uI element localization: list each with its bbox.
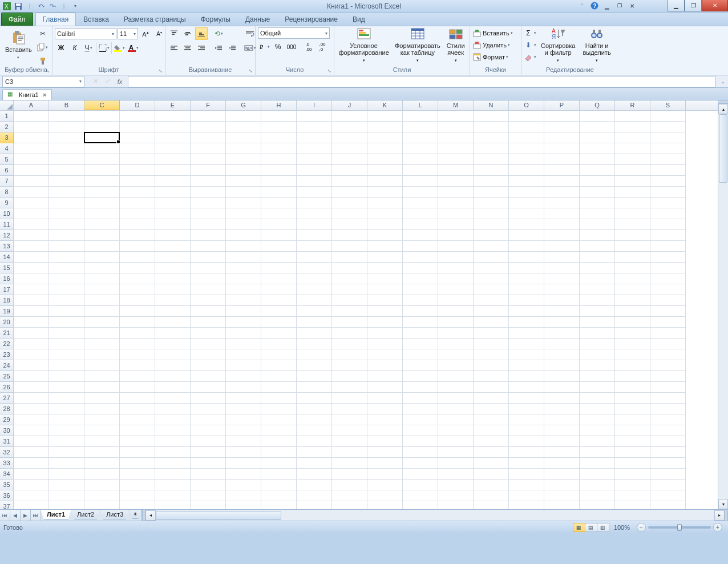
cell-J8[interactable]: [332, 187, 367, 198]
cell-O16[interactable]: [509, 273, 544, 284]
view-normal-button[interactable]: ▦: [573, 523, 585, 532]
cell-M5[interactable]: [438, 154, 474, 165]
row-header-9[interactable]: 9: [0, 198, 14, 208]
cell-A15[interactable]: [14, 263, 49, 273]
cell-K35[interactable]: [367, 480, 403, 490]
cell-A30[interactable]: [14, 425, 49, 436]
italic-button[interactable]: К: [68, 42, 81, 54]
cell-G37[interactable]: [226, 501, 261, 509]
cell-C4[interactable]: [84, 143, 120, 154]
cell-G18[interactable]: [226, 295, 261, 306]
cell-O20[interactable]: [509, 317, 544, 328]
cell-J23[interactable]: [332, 349, 367, 360]
cell-F17[interactable]: [191, 284, 226, 295]
cell-B22[interactable]: [49, 339, 84, 349]
row-header-10[interactable]: 10: [0, 208, 14, 219]
sheet-nav-last[interactable]: ⏭: [31, 510, 41, 521]
cell-F8[interactable]: [191, 187, 226, 198]
cell-C17[interactable]: [84, 284, 120, 295]
cell-I29[interactable]: [297, 414, 332, 425]
cell-C29[interactable]: [84, 414, 120, 425]
format-as-table-button[interactable]: Форматировать как таблицу▾: [393, 27, 442, 64]
cell-O11[interactable]: [509, 219, 544, 230]
cell-K32[interactable]: [367, 447, 403, 458]
cell-N33[interactable]: [474, 458, 509, 469]
cell-G35[interactable]: [226, 480, 261, 490]
cell-G6[interactable]: [226, 165, 261, 176]
cell-D27[interactable]: [120, 393, 155, 404]
cell-F31[interactable]: [191, 436, 226, 447]
cell-K31[interactable]: [367, 436, 403, 447]
cell-M24[interactable]: [438, 360, 474, 371]
cell-P4[interactable]: [544, 143, 580, 154]
tab-data[interactable]: Данные: [238, 13, 277, 26]
cell-J35[interactable]: [332, 480, 367, 490]
cell-B28[interactable]: [49, 404, 84, 414]
cell-E7[interactable]: [155, 176, 191, 187]
undo-icon[interactable]: ↶▾: [37, 2, 46, 11]
cell-H32[interactable]: [261, 447, 297, 458]
orientation-button[interactable]: ⟲▾: [212, 27, 225, 40]
view-pagelayout-button[interactable]: ▤: [585, 523, 597, 532]
cell-D15[interactable]: [120, 263, 155, 273]
cell-J32[interactable]: [332, 447, 367, 458]
cell-Q21[interactable]: [580, 328, 615, 339]
cell-C7[interactable]: [84, 176, 120, 187]
cell-M22[interactable]: [438, 339, 474, 349]
cell-I10[interactable]: [297, 208, 332, 219]
cell-M36[interactable]: [438, 490, 474, 501]
cell-F3[interactable]: [191, 132, 226, 143]
cell-N11[interactable]: [474, 219, 509, 230]
cell-I25[interactable]: [297, 371, 332, 382]
cell-S9[interactable]: [650, 198, 686, 208]
cell-I27[interactable]: [297, 393, 332, 404]
cell-I4[interactable]: [297, 143, 332, 154]
cell-B27[interactable]: [49, 393, 84, 404]
cell-C25[interactable]: [84, 371, 120, 382]
cell-N13[interactable]: [474, 241, 509, 252]
new-sheet-button[interactable]: ✴: [129, 510, 141, 519]
cell-J10[interactable]: [332, 208, 367, 219]
conditional-formatting-button[interactable]: Условное форматирование▾: [337, 27, 391, 64]
cell-O35[interactable]: [509, 480, 544, 490]
cell-E3[interactable]: [155, 132, 191, 143]
cell-P24[interactable]: [544, 360, 580, 371]
cell-A19[interactable]: [14, 306, 49, 317]
cell-I20[interactable]: [297, 317, 332, 328]
cell-L30[interactable]: [403, 425, 438, 436]
cell-S36[interactable]: [650, 490, 686, 501]
cell-P23[interactable]: [544, 349, 580, 360]
cell-D34[interactable]: [120, 469, 155, 480]
cell-D20[interactable]: [120, 317, 155, 328]
cell-O9[interactable]: [509, 198, 544, 208]
cell-F33[interactable]: [191, 458, 226, 469]
cell-H23[interactable]: [261, 349, 297, 360]
cell-E2[interactable]: [155, 122, 191, 132]
cell-K12[interactable]: [367, 230, 403, 241]
cell-O30[interactable]: [509, 425, 544, 436]
sheet-tab-Лист2[interactable]: Лист2: [71, 510, 100, 519]
cell-O32[interactable]: [509, 447, 544, 458]
cell-G19[interactable]: [226, 306, 261, 317]
align-top-button[interactable]: [168, 27, 180, 40]
workbook-close-icon[interactable]: ✕: [42, 92, 47, 98]
cell-P17[interactable]: [544, 284, 580, 295]
cell-O33[interactable]: [509, 458, 544, 469]
cell-F22[interactable]: [191, 339, 226, 349]
help-icon[interactable]: ?: [590, 1, 599, 10]
alignment-dialog-launcher[interactable]: ⤡: [247, 67, 254, 74]
row-header-2[interactable]: 2: [0, 122, 14, 132]
cell-G26[interactable]: [226, 382, 261, 393]
cell-styles-button[interactable]: Стили ячеек▾: [444, 27, 467, 64]
cell-S4[interactable]: [650, 143, 686, 154]
cell-R11[interactable]: [615, 219, 650, 230]
cell-O5[interactable]: [509, 154, 544, 165]
cell-C1[interactable]: [84, 111, 120, 122]
cell-A35[interactable]: [14, 480, 49, 490]
cell-R19[interactable]: [615, 306, 650, 317]
cell-R4[interactable]: [615, 143, 650, 154]
cell-B31[interactable]: [49, 436, 84, 447]
cell-O17[interactable]: [509, 284, 544, 295]
cell-M34[interactable]: [438, 469, 474, 480]
row-header-19[interactable]: 19: [0, 306, 14, 317]
